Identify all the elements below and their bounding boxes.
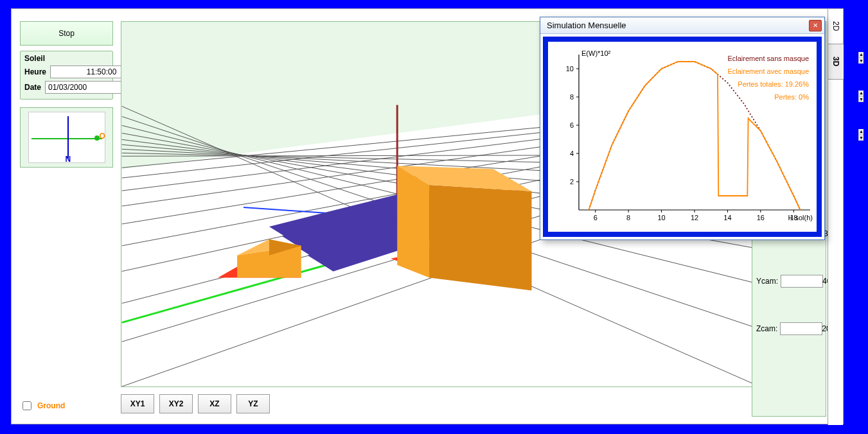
compass-vline — [67, 116, 69, 159]
ycam-label: Ycam: — [756, 277, 778, 286]
svg-text:Eclairement avec masque: Eclairement avec masque — [727, 67, 809, 75]
svg-text:4: 4 — [570, 150, 574, 157]
svg-text:H sol(h): H sol(h) — [788, 214, 813, 221]
date-label: Date — [24, 83, 41, 92]
compass-sun-dot — [94, 135, 100, 141]
soleil-title: Soleil — [24, 54, 109, 63]
ground-checkbox[interactable]: Ground — [20, 399, 65, 412]
svg-text:Eclairement sans masque: Eclairement sans masque — [727, 55, 809, 62]
svg-text:E(W)*10²: E(W)*10² — [581, 49, 611, 57]
compass-panel: O N — [20, 107, 113, 168]
svg-text:6: 6 — [594, 214, 598, 221]
ycam-field[interactable] — [781, 275, 868, 287]
soleil-panel: Soleil Heure ▲ ▼ Date ▼ — [20, 51, 113, 100]
tab-2d[interactable]: 2D — [828, 9, 844, 44]
zcam-input[interactable]: ▲▼ — [780, 322, 822, 335]
view-xy1-button[interactable]: XY1 — [121, 394, 154, 413]
svg-text:Pertes: 0%: Pertes: 0% — [774, 93, 809, 101]
up-icon[interactable]: ▲ — [859, 129, 864, 135]
svg-text:6: 6 — [570, 121, 574, 129]
svg-text:2: 2 — [570, 178, 574, 186]
ycam-input[interactable]: ▲▼ — [781, 275, 823, 288]
ground-checkbox-input[interactable] — [22, 401, 31, 410]
dialog-titlebar[interactable]: Simulation Mensuelle ✕ — [540, 17, 824, 34]
up-icon[interactable]: ▲ — [859, 91, 864, 97]
compass-hline — [31, 138, 102, 139]
heure-label: Heure — [24, 67, 46, 76]
svg-text:Pertes totales: 19.26%: Pertes totales: 19.26% — [738, 80, 809, 88]
view-xz-button[interactable]: XZ — [198, 394, 231, 413]
svg-text:12: 12 — [691, 214, 698, 221]
down-icon[interactable]: ▼ — [859, 97, 864, 103]
view-buttons: XY1 XY2 XZ YZ — [121, 394, 270, 413]
chart: 246810681012141618E(W)*10²H sol(h)Eclair… — [553, 47, 817, 227]
svg-marker-34 — [397, 166, 429, 277]
svg-text:8: 8 — [570, 93, 574, 101]
down-icon[interactable]: ▼ — [859, 58, 864, 64]
compass-n-label: N — [66, 155, 71, 164]
svg-marker-32 — [429, 185, 531, 290]
svg-text:8: 8 — [626, 214, 630, 221]
dialog-title: Simulation Mensuelle — [547, 21, 809, 30]
compass-o-label: O — [100, 132, 105, 141]
stop-button[interactable]: Stop — [20, 21, 113, 46]
tab-3d[interactable]: 3D — [828, 44, 844, 80]
view-xy2-button[interactable]: XY2 — [159, 394, 193, 413]
svg-text:10: 10 — [657, 214, 665, 221]
sidebar: Stop Soleil Heure ▲ ▼ Date ▼ — [20, 21, 113, 168]
simulation-dialog[interactable]: Simulation Mensuelle ✕ 24681068101214161… — [540, 17, 825, 240]
dialog-body: 246810681012141618E(W)*10²H sol(h)Eclair… — [543, 37, 822, 237]
zcam-field[interactable] — [781, 323, 868, 334]
compass: O N — [28, 112, 105, 163]
svg-text:16: 16 — [757, 214, 765, 221]
view-yz-button[interactable]: YZ — [236, 394, 270, 413]
svg-text:10: 10 — [566, 65, 574, 73]
svg-text:14: 14 — [723, 214, 731, 221]
down-icon[interactable]: ▼ — [859, 135, 864, 141]
up-icon[interactable]: ▲ — [859, 52, 864, 58]
right-tabs: 2D 3D — [828, 9, 843, 425]
ground-label: Ground — [37, 401, 65, 410]
zcam-label: Zcam: — [756, 324, 777, 333]
close-icon[interactable]: ✕ — [809, 20, 822, 31]
